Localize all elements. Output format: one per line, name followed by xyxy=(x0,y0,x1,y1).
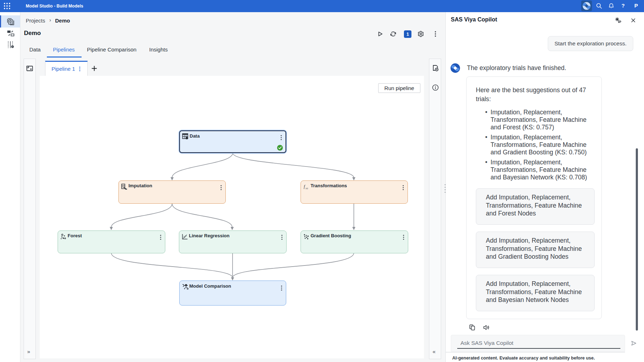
svg-text:(x): (x) xyxy=(306,187,308,189)
